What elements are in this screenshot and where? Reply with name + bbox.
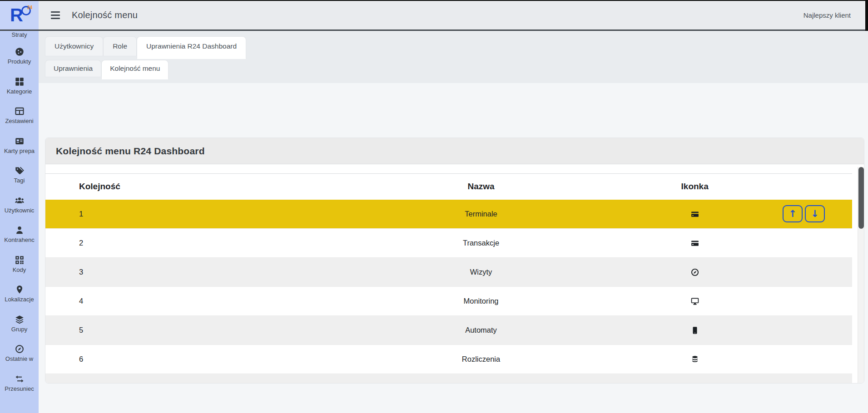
- sidebar-item-label: Produkty: [8, 58, 31, 65]
- actions-cell: [731, 316, 852, 345]
- sidebar-item-label: Lokalizacje: [5, 296, 34, 303]
- card-title: Kolejność menu R24 Dashboard: [56, 146, 205, 157]
- sidebar-item-ostatnie[interactable]: Ostatnie w: [0, 339, 39, 369]
- tablet-icon: [691, 326, 699, 334]
- exchange-icon: [15, 374, 24, 384]
- actions-cell: [731, 374, 852, 384]
- actions-cell: ↑↓: [731, 200, 852, 229]
- card-header: Kolejność menu R24 Dashboard: [45, 138, 864, 164]
- tab-uzytkownicy[interactable]: Użytkownicy: [45, 36, 103, 56]
- sidebar-item-produkty[interactable]: Produkty: [0, 41, 39, 71]
- credit-card-icon: [691, 239, 699, 247]
- sidebar-item-kategorie[interactable]: Kategorie: [0, 71, 39, 101]
- menu-order-table: KolejnośćNazwaIkonka 1Terminale↑↓2Transa…: [45, 173, 852, 384]
- name-cell: Transakcje: [303, 229, 658, 258]
- order-cell: 5: [45, 316, 303, 345]
- sidebar-item-label: Użytkownic: [5, 207, 35, 214]
- qrcode-icon: [15, 256, 24, 265]
- name-cell: Monitoring: [303, 287, 658, 316]
- name-cell: Automaty: [303, 316, 658, 345]
- id-card-icon: [15, 137, 24, 146]
- sidebar-item-kody[interactable]: Kody: [0, 250, 39, 280]
- icon-cell: [659, 316, 731, 345]
- sidebar-item-label: Karty prepa: [4, 148, 35, 154]
- header-divider: [0, 30, 868, 31]
- order-cell: 2: [45, 229, 303, 258]
- move-down-button[interactable]: ↓: [805, 205, 825, 222]
- table-icon: [15, 107, 24, 116]
- table-row[interactable]: 2Transakcje: [45, 229, 852, 258]
- sidebar-item-tagi[interactable]: Tagi: [0, 160, 39, 190]
- sidebar-item-uzytkownicy[interactable]: Użytkownic: [0, 190, 39, 220]
- card-body: KolejnośćNazwaIkonka 1Terminale↑↓2Transa…: [45, 164, 864, 384]
- grid-icon: [15, 77, 24, 86]
- table-row[interactable]: 7Paragony: [45, 374, 852, 384]
- name-cell: Terminale: [303, 200, 658, 229]
- topbar: Kolejność menu Najlepszy klient: [39, 1, 865, 30]
- secondary-tabs: UprawnieniaKolejność menu: [45, 60, 868, 77]
- sidebar-item-grupy[interactable]: Grupy: [0, 309, 39, 339]
- pin-icon: [15, 285, 24, 294]
- sidebar-item-zestawienia[interactable]: Zestawieni: [0, 101, 39, 131]
- tags-icon: [15, 166, 24, 175]
- tab-uprawnienia-r24-dashboard[interactable]: Uprawnienia R24 Dashboard: [137, 36, 246, 59]
- sidebar-item-label: Straty: [12, 31, 27, 38]
- page-title: Kolejność menu: [72, 10, 138, 20]
- logo-ring-icon: 24: [21, 6, 31, 15]
- window-right-edge: [865, 0, 868, 31]
- subtab-kolejnosc-menu[interactable]: Kolejność menu: [101, 60, 169, 79]
- app-logo[interactable]: R 24: [0, 0, 39, 30]
- window-top-edge: [0, 0, 868, 1]
- table-row[interactable]: 3Wizyty: [45, 258, 852, 287]
- person-icon: [15, 226, 24, 235]
- sidebar-item-label: Kategorie: [7, 88, 32, 95]
- order-cell: 4: [45, 287, 303, 316]
- table-row[interactable]: 1Terminale↑↓: [45, 200, 852, 229]
- sidebar-item-karty-prepaid[interactable]: Karty prepa: [0, 131, 39, 161]
- cookie-icon: [15, 47, 24, 56]
- sidebar-item-straty[interactable]: Straty: [0, 30, 39, 41]
- table-row[interactable]: 5Automaty: [45, 316, 852, 345]
- users-icon: [15, 196, 24, 205]
- sidebar-item-przesuniecia[interactable]: Przesuniec: [0, 369, 39, 398]
- main-content: UżytkownicyRoleUprawnienia R24 Dashboard…: [39, 31, 868, 413]
- sidebar-item-kontrahenci[interactable]: Kontrahenc: [0, 220, 39, 250]
- actions-cell: [731, 258, 852, 287]
- user-label[interactable]: Najlepszy klient: [804, 11, 851, 19]
- name-cell: Wizyty: [303, 258, 658, 287]
- menu-icon[interactable]: [51, 11, 60, 19]
- tab-content-pane: Kolejność menu R24 Dashboard KolejnośćNa…: [39, 83, 868, 413]
- column-header: Ikonka: [659, 174, 731, 200]
- column-header: Nazwa: [303, 174, 658, 200]
- actions-cell: [731, 345, 852, 374]
- table-row[interactable]: 4Monitoring: [45, 287, 852, 316]
- desktop-icon: [691, 297, 699, 305]
- icon-cell: [659, 374, 731, 384]
- credit-card-icon: [691, 209, 699, 217]
- sidebar-item-label: Kontrahenc: [4, 236, 35, 243]
- column-header: Kolejność: [45, 174, 303, 200]
- sidebar-item-label: Ostatnie w: [5, 355, 33, 362]
- actions-cell: [731, 287, 852, 316]
- compass-icon: [15, 344, 24, 354]
- icon-cell: [659, 200, 731, 229]
- scrollbar-thumb[interactable]: [858, 167, 864, 229]
- logo-letter: R: [10, 6, 22, 24]
- sidebar-item-label: Zestawieni: [5, 118, 33, 124]
- compass-icon: [691, 268, 699, 276]
- order-cell: 3: [45, 258, 303, 287]
- primary-tabs: UżytkownicyRoleUprawnienia R24 Dashboard: [45, 36, 868, 56]
- table-row[interactable]: 6Rozliczenia: [45, 345, 852, 374]
- order-cell: 6: [45, 345, 303, 374]
- subtab-uprawnienia[interactable]: Uprawnienia: [45, 60, 101, 77]
- sidebar-item-lokalizacje[interactable]: Lokalizacje: [0, 279, 39, 309]
- sidebar-item-label: Kody: [13, 266, 26, 273]
- sidebar: R 24 StratyProduktyKategorieZestawieniKa…: [0, 0, 39, 413]
- table-scrollbar[interactable]: [858, 167, 864, 384]
- move-up-button[interactable]: ↑: [783, 205, 803, 222]
- tab-role[interactable]: Role: [103, 36, 137, 56]
- name-cell: Paragony: [303, 374, 658, 384]
- icon-cell: [659, 345, 731, 374]
- actions-cell: [731, 229, 852, 258]
- table-header-row: KolejnośćNazwaIkonka: [45, 174, 852, 200]
